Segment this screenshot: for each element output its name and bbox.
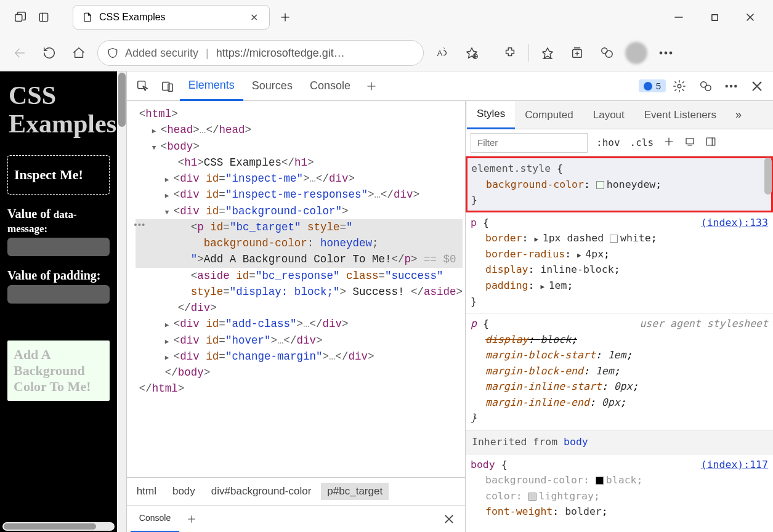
rules-scrollbar[interactable] [764, 158, 772, 195]
drawer: Console [127, 505, 465, 532]
close-window-button[interactable] [734, 6, 767, 29]
page-heading: CSS Examples [0, 71, 117, 147]
devtools-toolbar: Elements Sources Console 5 [127, 71, 773, 101]
breadcrumb[interactable]: html body div#background-color p#bc_targ… [127, 477, 465, 505]
svg-point-34 [705, 85, 711, 91]
profile-avatar[interactable] [625, 42, 647, 64]
browser-essentials-button[interactable] [593, 39, 620, 66]
tab-title: CSS Examples [99, 12, 241, 23]
inspect-element-button[interactable] [131, 74, 155, 99]
tab-layout[interactable]: Layout [583, 101, 634, 129]
svg-point-36 [731, 85, 732, 87]
svg-rect-27 [138, 81, 145, 88]
tab-sources[interactable]: Sources [243, 71, 301, 101]
page-icon [82, 12, 93, 23]
close-devtools-button[interactable] [745, 74, 769, 99]
address-bar[interactable]: Added security | https://microsoftedge.g… [97, 40, 424, 66]
add-background-box[interactable]: Add A Background Color To Me! [7, 341, 110, 401]
p-ua-rule[interactable]: user agent stylesheet p { display: block… [466, 313, 773, 430]
svg-point-26 [670, 52, 671, 54]
more-button[interactable] [719, 74, 743, 99]
tab-console[interactable]: Console [301, 71, 359, 101]
value-data-message-input[interactable] [7, 238, 110, 256]
svg-rect-6 [711, 14, 717, 20]
drawer-console-tab[interactable]: Console [131, 506, 179, 533]
value-data-message-label: Value of data-message: [0, 203, 117, 238]
device-toolbar-button[interactable] [155, 74, 180, 99]
computed-toggle-button[interactable] [681, 134, 699, 152]
favorite-button[interactable] [458, 39, 485, 66]
svg-point-37 [735, 85, 737, 87]
crumb-body[interactable]: body [166, 483, 201, 500]
new-rule-button[interactable] [660, 134, 678, 152]
back-button[interactable] [6, 39, 33, 66]
titlebar: CSS Examples ✕ [0, 0, 773, 34]
browser-toolbar: Added security | https://microsoftedge.g… [0, 34, 773, 71]
dom-tree[interactable]: <html> ▶<head>…</head> ▼<body> <h1>CSS E… [127, 101, 465, 477]
styles-toolbar: :hov .cls [466, 129, 773, 156]
svg-point-22 [602, 48, 607, 54]
tab-event-listeners[interactable]: Event Listeners [634, 101, 726, 129]
add-tab-button[interactable] [359, 74, 384, 99]
svg-point-35 [726, 85, 727, 87]
feedback-button[interactable] [693, 74, 718, 99]
window-controls [662, 6, 767, 29]
value-padding-input[interactable] [7, 285, 110, 304]
extensions-button[interactable] [496, 39, 524, 66]
styles-panel: Styles Computed Layout Event Listeners »… [465, 101, 773, 532]
cls-button[interactable]: .cls [626, 134, 658, 151]
minimize-button[interactable] [662, 6, 695, 29]
svg-rect-0 [15, 14, 22, 21]
element-style-rule[interactable]: element.style { background-color: honeyd… [466, 156, 773, 212]
sidebar-button[interactable] [702, 134, 720, 152]
page-preview: CSS Examples Inspect Me! Value of data-m… [0, 71, 117, 532]
tab-elements[interactable]: Elements [180, 71, 243, 101]
crumb-div[interactable]: div#background-color [205, 483, 318, 500]
browser-chrome: CSS Examples ✕ Added security | https://… [0, 0, 773, 71]
svg-point-32 [678, 84, 681, 88]
p-rule[interactable]: (index):133 p { border: ▶ 1px dashed whi… [466, 212, 773, 313]
settings-button[interactable] [667, 74, 692, 99]
crumb-html[interactable]: html [131, 483, 163, 500]
filter-input[interactable] [471, 133, 588, 153]
menu-button[interactable] [652, 39, 679, 66]
hov-button[interactable]: :hov [593, 134, 624, 151]
tab-close-icon[interactable]: ✕ [248, 12, 261, 23]
more-tabs-icon[interactable]: » [726, 103, 751, 127]
svg-text:›: › [443, 46, 445, 51]
security-label: Added security [125, 47, 198, 60]
svg-point-23 [605, 50, 612, 57]
collections-button[interactable] [564, 39, 591, 66]
tab-computed[interactable]: Computed [515, 101, 583, 129]
read-aloud-button[interactable]: A› [429, 39, 456, 66]
crumb-p[interactable]: p#bc_target [321, 483, 389, 500]
refresh-button[interactable] [36, 39, 63, 66]
drawer-close-button[interactable] [437, 507, 461, 531]
workspaces-icon[interactable] [9, 6, 32, 29]
url-text: https://microsoftedge.git… [216, 47, 345, 60]
svg-rect-1 [39, 13, 47, 21]
new-tab-button[interactable] [273, 6, 297, 29]
style-rules[interactable]: element.style { background-color: honeyd… [466, 156, 773, 532]
home-button[interactable] [65, 39, 92, 66]
drawer-add-tab[interactable] [179, 507, 204, 531]
favorites-bar-button[interactable] [534, 39, 561, 66]
devtools: Elements Sources Console 5 <html> ▶<head… [126, 71, 773, 532]
maximize-button[interactable] [698, 6, 731, 29]
styles-tabs: Styles Computed Layout Event Listeners » [466, 101, 773, 129]
svg-point-24 [660, 52, 662, 54]
value-padding-label: Value of padding: [0, 265, 117, 285]
horizontal-scrollbar[interactable] [2, 522, 115, 531]
browser-tab[interactable]: CSS Examples ✕ [73, 5, 270, 30]
svg-marker-16 [543, 48, 553, 58]
inspect-me-box[interactable]: Inspect Me! [7, 155, 110, 195]
body-rule[interactable]: (index):117 body { background-color: bla… [466, 454, 773, 523]
svg-point-25 [665, 52, 666, 54]
dom-panel: <html> ▶<head>…</head> ▼<body> <h1>CSS E… [127, 101, 465, 532]
issues-badge[interactable]: 5 [639, 79, 666, 92]
shield-icon [107, 47, 119, 59]
vertical-scrollbar[interactable] [117, 71, 126, 532]
inherited-from: Inherited from body [466, 430, 773, 454]
tab-styles[interactable]: Styles [467, 101, 515, 129]
tab-actions-icon[interactable] [32, 6, 55, 29]
